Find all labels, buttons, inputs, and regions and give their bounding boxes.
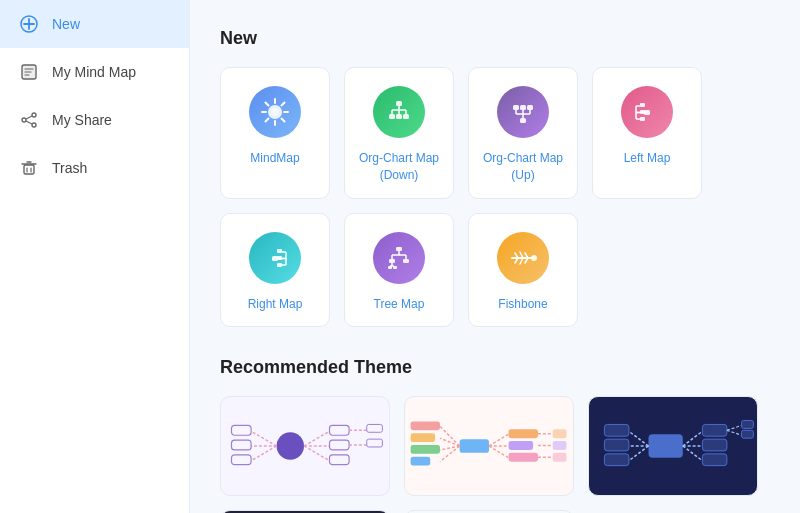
svg-rect-71 [403,259,409,263]
svg-line-104 [440,446,460,450]
sidebar-item-trash[interactable]: Trash [0,144,189,192]
svg-line-135 [727,426,742,431]
sidebar-item-my-share-label: My Share [52,112,112,128]
svg-line-27 [266,119,269,122]
template-card-treemap[interactable]: Tree Map [344,213,454,328]
svg-rect-138 [742,431,754,439]
svg-point-9 [22,118,26,122]
svg-rect-64 [396,247,402,251]
template-card-fishbone[interactable]: Fishbone [468,213,578,328]
svg-rect-128 [604,454,629,466]
fishbone-label: Fishbone [498,296,547,313]
svg-rect-133 [702,440,727,452]
main-content: New MindMap [190,0,800,513]
svg-line-25 [282,119,285,122]
theme-card-3[interactable] [588,396,758,496]
mindmap-label: MindMap [250,150,299,167]
svg-rect-28 [396,101,402,106]
leftmap-icon [621,86,673,138]
svg-line-123 [629,432,649,447]
svg-line-11 [26,116,32,119]
svg-line-103 [440,439,460,447]
template-card-mindmap[interactable]: MindMap [220,67,330,199]
svg-line-26 [282,103,285,106]
document-icon [18,61,40,83]
svg-rect-137 [742,421,754,429]
svg-rect-35 [396,114,402,119]
trash-icon [18,157,40,179]
rightmap-label: Right Map [248,296,303,313]
svg-rect-37 [520,118,526,123]
svg-line-12 [26,121,32,124]
svg-rect-107 [411,434,436,443]
orgup-label: Org-Chart Map (Up) [479,150,567,184]
svg-rect-74 [388,266,392,269]
svg-rect-127 [604,440,629,452]
svg-line-93 [304,446,329,461]
svg-line-85 [251,432,276,447]
svg-point-19 [271,108,279,116]
svg-rect-121 [553,453,567,462]
leftmap-label: Left Map [624,150,671,167]
sidebar: New My Mind Map My Share [0,0,190,513]
svg-rect-126 [604,425,629,437]
svg-rect-101 [460,440,489,454]
sidebar-item-my-mind-map-label: My Mind Map [52,64,136,80]
svg-rect-34 [389,114,395,119]
svg-line-102 [440,427,460,447]
template-grid: MindMap Org-Chart Map(Down) [220,67,770,327]
svg-rect-63 [277,263,282,267]
svg-line-125 [629,446,649,461]
svg-line-24 [266,103,269,106]
svg-line-110 [489,435,509,447]
sidebar-item-trash-label: Trash [52,160,87,176]
svg-rect-132 [702,425,727,437]
orgdown-label: Org-Chart Map(Down) [359,150,439,184]
plus-icon [18,13,40,35]
template-card-leftmap[interactable]: Left Map [592,67,702,199]
svg-rect-94 [330,426,350,436]
svg-rect-96 [330,455,350,465]
treemap-label: Tree Map [374,296,425,313]
theme-card-2[interactable] [404,396,574,496]
svg-line-129 [683,432,703,447]
treemap-icon [373,232,425,284]
sidebar-item-new[interactable]: New [0,0,189,48]
svg-line-136 [727,431,742,436]
svg-line-131 [683,446,703,461]
svg-rect-43 [513,105,519,110]
recommended-section-title: Recommended Theme [220,357,770,378]
svg-rect-106 [411,422,440,431]
svg-line-87 [251,446,276,461]
svg-rect-75 [393,266,397,269]
svg-rect-53 [640,110,645,114]
sidebar-item-my-share[interactable]: My Share [0,96,189,144]
svg-line-91 [304,432,329,447]
sidebar-item-my-mind-map[interactable]: My Mind Map [0,48,189,96]
svg-rect-115 [509,453,538,462]
theme-card-1[interactable] [220,396,390,496]
svg-rect-88 [232,426,252,436]
rightmap-icon [249,232,301,284]
svg-rect-109 [411,457,431,466]
new-section-title: New [220,28,770,49]
svg-rect-90 [232,455,252,465]
theme-grid [220,396,770,513]
svg-rect-52 [640,103,645,107]
svg-point-10 [32,123,36,127]
template-card-orgup[interactable]: Org-Chart Map (Up) [468,67,578,199]
svg-rect-36 [403,114,409,119]
svg-rect-119 [553,430,567,439]
svg-rect-13 [24,165,34,174]
svg-rect-44 [520,105,526,110]
template-card-orgdown[interactable]: Org-Chart Map(Down) [344,67,454,199]
svg-point-8 [32,113,36,117]
svg-rect-100 [367,440,383,448]
svg-rect-45 [527,105,533,110]
svg-rect-108 [411,445,440,454]
svg-point-77 [531,255,537,261]
svg-rect-62 [277,256,282,260]
template-card-rightmap[interactable]: Right Map [220,213,330,328]
fishbone-icon [497,232,549,284]
svg-rect-120 [553,441,567,450]
